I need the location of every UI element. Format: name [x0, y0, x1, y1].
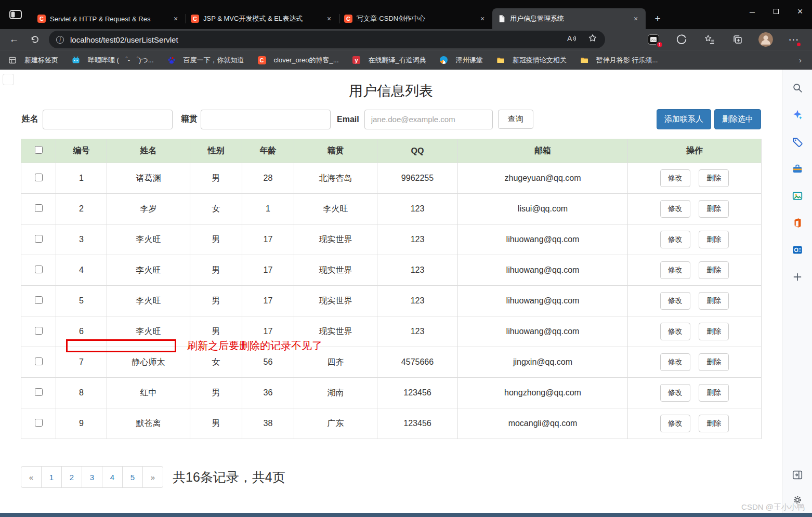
cell-gender: 男	[190, 286, 242, 316]
delete-button[interactable]: 删除	[699, 261, 729, 279]
row-checkbox[interactable]	[35, 174, 43, 181]
delete-selected-button[interactable]: 删除选中	[714, 109, 761, 129]
row-checkbox[interactable]	[35, 296, 43, 304]
copilot-icon[interactable]	[789, 106, 806, 124]
browser-tab[interactable]: C 写文章-CSDN创作中心 ×	[339, 8, 492, 29]
site-info-icon[interactable]: i	[56, 36, 64, 44]
browser-tab[interactable]: C JSP & MVC开发模式 & EL表达式 ×	[186, 8, 339, 29]
cell-email: lihuowang@qq.com	[458, 316, 628, 347]
read-aloud-icon[interactable]: A	[567, 34, 579, 45]
profile-avatar[interactable]	[758, 32, 774, 47]
maximize-button[interactable]	[764, 0, 788, 23]
page-item[interactable]: 3	[82, 466, 102, 488]
settings-menu-icon[interactable]: ⋯	[786, 32, 802, 47]
bookmark-item[interactable]: y 在线翻译_有道词典	[352, 56, 426, 65]
open-in-sidebar-icon[interactable]	[789, 466, 806, 484]
edit-button[interactable]: 修改	[660, 384, 690, 402]
checkbox-cell	[21, 316, 56, 347]
name-input[interactable]	[43, 110, 173, 129]
tab-close-icon[interactable]: ×	[631, 14, 640, 23]
back-button[interactable]: ←	[5, 31, 23, 48]
page-item[interactable]: 2	[61, 466, 82, 488]
cell-id: 2	[56, 194, 107, 224]
select-all-checkbox[interactable]	[35, 146, 43, 154]
cell-gender: 男	[190, 408, 242, 439]
bookmark-item[interactable]: 新建标签页	[8, 56, 58, 65]
minimize-button[interactable]: –	[740, 0, 764, 23]
column-header: 编号	[56, 139, 107, 163]
edit-button[interactable]: 修改	[660, 200, 690, 218]
table-row: 4 李火旺 男 17 现实世界 123 lihuowang@qq.com 修改 …	[21, 255, 762, 286]
m365-icon[interactable]	[789, 214, 806, 232]
tab-close-icon[interactable]: ×	[171, 14, 180, 23]
extension-icon[interactable]: 1	[646, 32, 661, 47]
delete-button[interactable]: 删除	[699, 200, 729, 218]
checkbox-cell	[21, 163, 56, 194]
row-checkbox[interactable]	[35, 266, 43, 273]
bookmark-favicon-icon	[167, 56, 176, 64]
row-checkbox[interactable]	[35, 327, 43, 335]
edit-button[interactable]: 修改	[660, 353, 690, 371]
page-item[interactable]: 1	[41, 466, 62, 488]
page-item[interactable]: «	[21, 466, 42, 488]
table-row: 1 诸葛渊 男 28 北海杏岛 9962255 zhugeyuan@qq.com…	[21, 163, 762, 194]
bookmark-item[interactable]: 哔哩哔哩 ( ゜- ゜)つ...	[72, 56, 154, 65]
favorites-icon[interactable]	[702, 32, 717, 47]
page-item[interactable]: »	[142, 466, 163, 488]
hometown-input[interactable]	[201, 110, 331, 129]
email-input[interactable]	[364, 110, 493, 129]
browser-tab[interactable]: 用户信息管理系统 ×	[492, 8, 646, 29]
edit-button[interactable]: 修改	[660, 231, 690, 248]
refresh-button[interactable]	[26, 31, 44, 48]
cell-gender: 男	[190, 316, 242, 347]
bookmark-item[interactable]: 新冠疫情论文相关	[496, 56, 567, 65]
page-item[interactable]: 4	[102, 466, 123, 488]
delete-button[interactable]: 删除	[699, 353, 729, 371]
edit-button[interactable]: 修改	[660, 169, 690, 187]
add-contact-button[interactable]: 添加联系人	[657, 109, 711, 129]
new-tab-button[interactable]: +	[651, 12, 664, 25]
bookmark-item[interactable]: 潭州课堂	[440, 56, 483, 65]
bookmarks-overflow-chevron-icon[interactable]: ›	[799, 56, 802, 64]
svg-text:A: A	[567, 34, 572, 43]
edit-button[interactable]: 修改	[660, 292, 690, 310]
delete-button[interactable]: 删除	[699, 384, 729, 402]
url-text[interactable]: localhost/test02/userListServlet	[70, 35, 567, 44]
edit-button[interactable]: 修改	[660, 415, 690, 432]
delete-button[interactable]: 删除	[699, 323, 729, 340]
add-favorite-star-icon[interactable]	[587, 33, 598, 46]
row-checkbox[interactable]	[35, 388, 43, 396]
delete-button[interactable]: 删除	[699, 292, 729, 310]
bookmark-item[interactable]: 百度一下，你就知道	[167, 56, 244, 65]
bookmark-favicon-icon	[72, 56, 80, 64]
edit-button[interactable]: 修改	[660, 323, 690, 340]
outlook-icon[interactable]	[789, 241, 806, 259]
row-checkbox[interactable]	[35, 235, 43, 243]
tab-close-icon[interactable]: ×	[478, 14, 487, 23]
shopping-icon[interactable]	[789, 133, 806, 151]
tab-close-icon[interactable]: ×	[324, 14, 334, 23]
page-item[interactable]: 5	[122, 466, 143, 488]
close-button[interactable]: ×	[788, 0, 812, 23]
tab-actions-icon[interactable]	[8, 8, 23, 21]
cell-id: 8	[56, 378, 107, 408]
travel-icon[interactable]	[789, 160, 806, 178]
bookmark-item[interactable]: 暂伴月将影 行乐须...	[580, 56, 658, 65]
edit-button[interactable]: 修改	[660, 261, 690, 279]
delete-button[interactable]: 删除	[699, 169, 729, 187]
row-checkbox[interactable]	[35, 357, 43, 365]
row-checkbox[interactable]	[35, 419, 43, 427]
browser-tab[interactable]: C Servlet & HTTP & Request & Res ×	[32, 8, 186, 29]
collections-icon[interactable]	[730, 32, 745, 47]
delete-button[interactable]: 删除	[699, 415, 729, 432]
delete-button[interactable]: 删除	[699, 231, 729, 248]
designer-icon[interactable]	[789, 187, 806, 205]
row-checkbox[interactable]	[35, 204, 43, 212]
browser-essentials-icon[interactable]	[674, 32, 689, 47]
cell-qq: 123	[377, 286, 458, 316]
bookmark-item[interactable]: C clover_oreo的博客_...	[258, 56, 339, 65]
query-button[interactable]: 查询	[498, 110, 533, 129]
address-bar[interactable]: i localhost/test02/userListServlet A	[49, 31, 605, 48]
search-icon[interactable]	[789, 79, 806, 97]
add-icon[interactable]	[789, 268, 806, 286]
